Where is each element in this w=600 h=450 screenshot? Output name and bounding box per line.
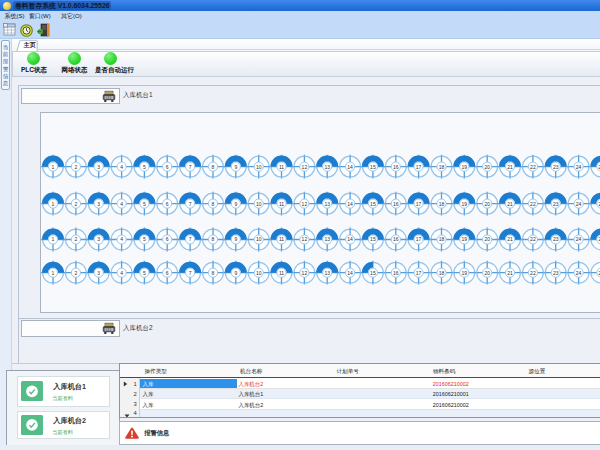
svg-text:18: 18 bbox=[439, 270, 445, 276]
svg-text:24: 24 bbox=[576, 270, 582, 276]
svg-text:16: 16 bbox=[393, 164, 399, 170]
svg-text:24: 24 bbox=[576, 201, 582, 207]
svg-text:12: 12 bbox=[302, 201, 308, 207]
svg-text:21: 21 bbox=[507, 164, 513, 170]
svg-text:18: 18 bbox=[439, 236, 445, 242]
svg-text:2: 2 bbox=[75, 236, 78, 242]
svg-text:2: 2 bbox=[75, 270, 78, 276]
svg-text:11: 11 bbox=[279, 164, 284, 170]
svg-text:22: 22 bbox=[530, 236, 536, 242]
svg-text:4: 4 bbox=[120, 164, 123, 170]
svg-text:7: 7 bbox=[189, 201, 192, 207]
svg-text:23: 23 bbox=[553, 270, 559, 276]
svg-text:20: 20 bbox=[484, 201, 490, 207]
svg-text:3: 3 bbox=[97, 164, 100, 170]
svg-text:13: 13 bbox=[324, 270, 330, 276]
svg-text:6: 6 bbox=[166, 270, 169, 276]
svg-text:13: 13 bbox=[324, 164, 330, 170]
svg-text:22: 22 bbox=[530, 270, 536, 276]
svg-text:17: 17 bbox=[416, 236, 422, 242]
svg-text:5: 5 bbox=[143, 270, 146, 276]
svg-text:1: 1 bbox=[52, 164, 55, 170]
svg-text:16: 16 bbox=[393, 236, 399, 242]
svg-text:7: 7 bbox=[189, 236, 192, 242]
svg-text:18: 18 bbox=[439, 201, 445, 207]
svg-text:17: 17 bbox=[416, 270, 422, 276]
svg-text:1: 1 bbox=[52, 201, 55, 207]
svg-text:15: 15 bbox=[370, 270, 376, 276]
svg-text:2: 2 bbox=[75, 201, 78, 207]
svg-text:9: 9 bbox=[234, 236, 237, 242]
svg-text:18: 18 bbox=[439, 164, 445, 170]
svg-text:13: 13 bbox=[324, 201, 330, 207]
svg-text:23: 23 bbox=[553, 201, 559, 207]
svg-text:15: 15 bbox=[370, 236, 376, 242]
svg-text:13: 13 bbox=[324, 236, 330, 242]
svg-text:3: 3 bbox=[97, 236, 100, 242]
svg-text:19: 19 bbox=[462, 270, 468, 276]
svg-text:10: 10 bbox=[256, 164, 262, 170]
svg-text:7: 7 bbox=[189, 164, 192, 170]
svg-text:7: 7 bbox=[189, 270, 192, 276]
svg-text:10: 10 bbox=[256, 236, 262, 242]
svg-text:16: 16 bbox=[393, 270, 399, 276]
svg-text:22: 22 bbox=[530, 164, 536, 170]
svg-text:15: 15 bbox=[370, 164, 376, 170]
svg-text:4: 4 bbox=[120, 270, 123, 276]
svg-text:1: 1 bbox=[52, 236, 55, 242]
svg-text:14: 14 bbox=[347, 270, 353, 276]
svg-text:24: 24 bbox=[576, 236, 582, 242]
svg-text:12: 12 bbox=[302, 236, 308, 242]
svg-text:5: 5 bbox=[143, 201, 146, 207]
svg-text:22: 22 bbox=[530, 201, 536, 207]
svg-text:23: 23 bbox=[553, 164, 559, 170]
svg-text:3: 3 bbox=[97, 270, 100, 276]
svg-text:17: 17 bbox=[416, 164, 422, 170]
svg-text:10: 10 bbox=[256, 270, 262, 276]
svg-text:8: 8 bbox=[212, 270, 215, 276]
svg-text:11: 11 bbox=[279, 236, 284, 242]
svg-text:9: 9 bbox=[234, 201, 237, 207]
svg-text:21: 21 bbox=[507, 236, 513, 242]
svg-text:15: 15 bbox=[370, 201, 376, 207]
svg-text:14: 14 bbox=[347, 201, 353, 207]
svg-text:14: 14 bbox=[347, 236, 353, 242]
svg-text:19: 19 bbox=[462, 236, 468, 242]
svg-text:12: 12 bbox=[302, 164, 308, 170]
svg-text:8: 8 bbox=[212, 201, 215, 207]
svg-text:21: 21 bbox=[507, 201, 513, 207]
svg-text:10: 10 bbox=[256, 201, 262, 207]
svg-text:2: 2 bbox=[75, 164, 78, 170]
svg-text:11: 11 bbox=[279, 201, 284, 207]
svg-text:14: 14 bbox=[347, 164, 353, 170]
svg-text:20: 20 bbox=[484, 236, 490, 242]
svg-text:4: 4 bbox=[120, 236, 123, 242]
svg-text:8: 8 bbox=[212, 164, 215, 170]
svg-text:6: 6 bbox=[166, 201, 169, 207]
svg-text:9: 9 bbox=[234, 270, 237, 276]
svg-text:23: 23 bbox=[553, 236, 559, 242]
svg-text:11: 11 bbox=[279, 270, 284, 276]
svg-text:1: 1 bbox=[52, 270, 55, 276]
svg-text:3: 3 bbox=[97, 201, 100, 207]
svg-text:8: 8 bbox=[212, 236, 215, 242]
svg-text:16: 16 bbox=[393, 201, 399, 207]
svg-text:5: 5 bbox=[143, 164, 146, 170]
svg-text:19: 19 bbox=[462, 164, 468, 170]
svg-text:5: 5 bbox=[143, 236, 146, 242]
svg-text:6: 6 bbox=[166, 164, 169, 170]
svg-text:21: 21 bbox=[507, 270, 513, 276]
svg-text:12: 12 bbox=[302, 270, 308, 276]
svg-text:6: 6 bbox=[166, 236, 169, 242]
svg-text:20: 20 bbox=[484, 270, 490, 276]
svg-text:24: 24 bbox=[576, 164, 582, 170]
svg-text:4: 4 bbox=[120, 201, 123, 207]
svg-text:20: 20 bbox=[484, 164, 490, 170]
svg-text:17: 17 bbox=[416, 201, 422, 207]
svg-text:9: 9 bbox=[234, 164, 237, 170]
svg-text:19: 19 bbox=[462, 201, 468, 207]
